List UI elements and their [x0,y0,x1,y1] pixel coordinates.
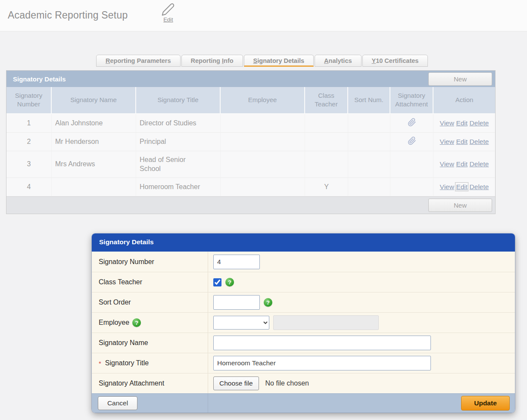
col-header-signatory-title: Signatory Title [136,87,221,114]
cell-signatory-number: 2 [6,133,52,151]
signatory-name-label: Signatory Name [92,333,208,353]
paperclip-icon[interactable] [408,137,416,147]
cell-class-teacher [305,114,348,133]
new-signatory-button-top[interactable]: New [428,72,492,86]
tab-label: eporting Parameters [110,57,171,64]
col-header-action: Action [433,87,495,114]
edit-link[interactable]: Edit [456,183,468,190]
cell-class-teacher: Y [305,178,348,196]
signatory-number-label: Signatory Number [92,252,208,272]
page-edit-link[interactable]: Edit [161,3,175,23]
cell-signatory-name: Alan Johnstone [52,114,136,133]
signatory-name-input[interactable] [213,336,431,350]
paperclip-icon[interactable] [408,118,416,128]
field-row-signatory-name: Signatory Name [92,333,515,353]
cell-actions: View Edit Delete [433,133,495,151]
table-row: 1 Alan Johnstone Director of Studies Vie… [6,114,495,133]
field-row-sort-order: Sort Order ? [92,292,515,312]
edit-link[interactable]: Edit [456,138,468,145]
cell-class-teacher [305,151,348,178]
cell-actions: View Edit Delete [433,178,495,196]
signatory-title-label: Signatory Title [105,359,149,367]
tab-reporting-info[interactable]: Reporting Info [181,55,243,67]
cell-actions: View Edit Delete [433,114,495,133]
help-icon[interactable]: ? [132,318,141,327]
signatory-details-modal: Signatory Details Signatory Number Class… [92,233,515,413]
cell-signatory-name [52,178,136,196]
cell-signatory-name: Mr Henderson [52,133,136,151]
tab-label: nfo [224,57,234,64]
employee-label: Employee [99,319,129,327]
signatory-table: Signatory Number Signatory Name Signator… [6,87,495,196]
sort-order-label: Sort Order [92,292,208,312]
field-row-signatory-number: Signatory Number [92,252,515,272]
delete-link[interactable]: Delete [470,183,489,190]
cell-attachment [390,133,433,151]
class-teacher-checkbox[interactable] [213,278,221,286]
view-link[interactable]: View [440,160,454,168]
delete-link[interactable]: Delete [470,119,489,127]
table-row: 3 Mrs Andrews Head of Senior School View… [6,151,495,178]
cell-attachment [390,178,433,196]
signatory-details-grid: Signatory Details New Signatory Number S… [6,70,496,214]
cell-employee [221,151,305,178]
cell-sort-num [348,151,390,178]
choose-file-button[interactable]: Choose file [213,376,259,390]
cell-employee [221,178,305,196]
sort-order-input[interactable] [213,295,260,310]
delete-link[interactable]: Delete [470,160,489,168]
help-icon[interactable]: ? [225,278,234,286]
field-row-signatory-attachment: Signatory Attachment Choose file No file… [92,373,515,393]
delete-link[interactable]: Delete [470,138,489,145]
col-header-sort-num: Sort Num. [348,87,390,114]
modal-title: Signatory Details [92,233,515,252]
cell-signatory-name: Mrs Andrews [52,151,136,178]
edit-link-label: Edit [163,16,173,23]
tab-reporting-parameters[interactable]: Reporting Parameters [96,55,181,67]
table-row: 2 Mr Henderson Principal View Edit Delet… [6,133,495,151]
cell-signatory-title: Homeroom Teacher [136,178,221,196]
file-status-text: No file chosen [265,380,309,387]
cell-employee [221,133,305,151]
cell-actions: View Edit Delete [433,151,495,178]
signatory-title-input[interactable] [213,356,431,370]
modal-footer: Cancel Update [92,393,515,413]
cell-signatory-title: Head of Senior School [136,151,221,178]
tab-label: ignatory Details [257,57,304,64]
cell-signatory-number: 4 [6,178,52,196]
new-signatory-button-bottom[interactable]: New [428,199,492,212]
cell-signatory-title: Principal [136,133,221,151]
signatory-number-input[interactable] [213,255,260,269]
cancel-button[interactable]: Cancel [98,396,137,410]
tab-bar: Reporting Parameters Reporting Info Sign… [96,55,527,67]
cell-class-teacher [305,133,348,151]
view-link[interactable]: View [440,119,454,127]
page-header: Academic Reporting Setup Edit [0,0,527,31]
tab-accesskey: A [324,57,328,64]
signatory-attachment-label: Signatory Attachment [92,373,208,393]
signatory-title-text: Head of Senior School [140,155,206,174]
tab-label: Reporting [191,57,222,64]
field-row-class-teacher: Class Teacher ? [92,272,515,292]
view-link[interactable]: View [440,138,454,145]
col-header-signatory-attachment: Signatory Attachment [390,87,433,114]
employee-select[interactable] [213,316,269,330]
tab-y10-certificates[interactable]: Y10 Certificates [362,55,428,67]
edit-link[interactable]: Edit [456,160,468,168]
edit-link[interactable]: Edit [456,119,468,127]
tab-signatory-details[interactable]: Signatory Details [244,55,314,67]
tab-accesskey: Y [372,57,376,64]
edit-pencil-icon [161,3,175,16]
cell-attachment [390,151,433,178]
tab-analytics[interactable]: Analytics [315,55,361,67]
tab-label: nalytics [329,57,352,64]
view-link[interactable]: View [440,183,454,190]
cell-attachment [390,114,433,133]
field-row-employee: Employee ? [92,312,515,333]
update-button[interactable]: Update [461,396,510,411]
help-icon[interactable]: ? [264,298,272,307]
grid-title: Signatory Details [9,75,66,83]
page-title: Academic Reporting Setup [8,9,128,21]
col-header-signatory-number: Signatory Number [6,87,52,114]
required-marker: * [99,360,101,367]
